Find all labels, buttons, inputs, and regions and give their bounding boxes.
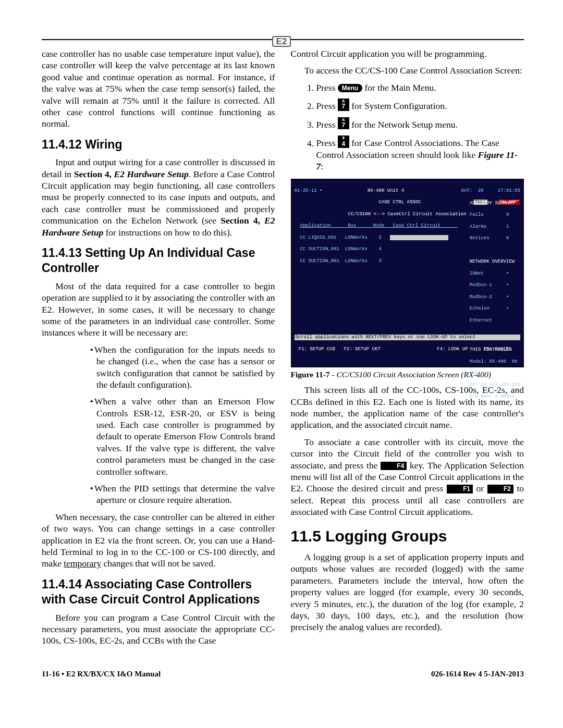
para-associate-instr: To associate a case controller with its … bbox=[291, 436, 524, 518]
footer-right: 026-1614 Rev 4 5-JAN-2013 bbox=[431, 670, 524, 678]
text: : bbox=[321, 161, 323, 171]
text: for the Main Menu. bbox=[362, 82, 436, 93]
keycap-icon: &7 bbox=[338, 98, 349, 111]
text: for instructions on how to do this). bbox=[103, 227, 232, 238]
terminal-screenshot: 01-25-11 • RX-400 Unit 4OAT: 28 17:01:03… bbox=[291, 179, 524, 368]
para-access: To access the CC/CS-100 Case Control Ass… bbox=[291, 65, 524, 76]
text: Press bbox=[316, 138, 338, 149]
text: Press bbox=[316, 101, 338, 111]
step-item: Press $4 for Case Control Associations. … bbox=[316, 135, 524, 172]
terminal-sidebar: ADVISORY SUMMARY Fails 0 Alarms 1 Notice… bbox=[470, 195, 520, 412]
f1-keycap-icon: F1 bbox=[447, 485, 473, 493]
f4-keycap-icon: F4 bbox=[381, 462, 407, 470]
bullet-item: When the PID settings that determine the… bbox=[96, 483, 275, 506]
ref-ital: E2 Hardware Setup bbox=[114, 169, 188, 179]
step-item: Press &7 for System Configuration. bbox=[316, 98, 524, 112]
step-list: Press Menu for the Main Menu. Press &7 f… bbox=[291, 82, 524, 172]
para-continuation: case controller has no usable case tempe… bbox=[42, 48, 275, 130]
page-footer: 11-16 • E2 RX/BX/CX I&O Manual 026-1614 … bbox=[42, 668, 524, 678]
para-cont-right: Control Circuit application you will be … bbox=[291, 48, 524, 59]
para-necessary: When necessary, the case controller can … bbox=[42, 511, 275, 570]
ref-bold: Section 4, bbox=[74, 169, 114, 179]
underlined-word: temporary bbox=[64, 558, 101, 569]
text: or bbox=[473, 483, 487, 493]
bullet-list: When the configuration for the inputs ne… bbox=[42, 344, 275, 506]
para-assoc: Before you can program a Case Control Ci… bbox=[42, 612, 275, 647]
page: E2 case controller has no usable case te… bbox=[0, 0, 563, 699]
figure-label: Figure 11-7 bbox=[291, 370, 330, 379]
heading-logging-groups: 11.5 Logging Groups bbox=[291, 526, 524, 546]
step-item: Press &7 for the Network Setup menu. bbox=[316, 117, 524, 131]
text: for System Configuration. bbox=[349, 101, 447, 111]
para-logging: A logging group is a set of application … bbox=[291, 551, 524, 633]
text: for the Network Setup menu. bbox=[349, 119, 458, 130]
heading-setup: 11.4.13 Setting Up An Individual Case Co… bbox=[42, 245, 275, 276]
f2-keycap-icon: F2 bbox=[487, 485, 513, 493]
figure: 01-25-11 • RX-400 Unit 4OAT: 28 17:01:03… bbox=[291, 179, 524, 380]
heading-associating: 11.4.14 Associating Case Controllers wit… bbox=[42, 577, 275, 608]
bullet-item: When the configuration for the inputs ne… bbox=[96, 344, 275, 391]
text: Press bbox=[316, 82, 338, 93]
bullet-item: When a valve other than an Emerson Flow … bbox=[96, 396, 275, 477]
para-setup: Most of the data required for a case con… bbox=[42, 280, 275, 339]
heading-wiring: 11.4.12 Wiring bbox=[42, 137, 275, 152]
header-logo-wrap: E2 bbox=[0, 36, 563, 47]
footer-left: 11-16 • E2 RX/BX/CX I&O Manual bbox=[42, 670, 161, 678]
step-item: Press Menu for the Main Menu. bbox=[316, 82, 524, 93]
header-logo: E2 bbox=[272, 36, 291, 47]
figure-desc: - CC/CS100 Circuit Association Screen (R… bbox=[330, 370, 491, 379]
keycap-icon: &7 bbox=[338, 117, 349, 130]
para-wiring: Input and output wiring for a case contr… bbox=[42, 156, 275, 238]
menu-keycap-icon: Menu bbox=[338, 84, 362, 92]
ref-bold: Section 4, bbox=[221, 215, 264, 226]
text: changes that will not be saved. bbox=[101, 558, 215, 569]
text: Press bbox=[316, 119, 338, 130]
body-columns: case controller has no usable case tempe… bbox=[42, 48, 524, 652]
keycap-icon: $4 bbox=[338, 135, 349, 148]
